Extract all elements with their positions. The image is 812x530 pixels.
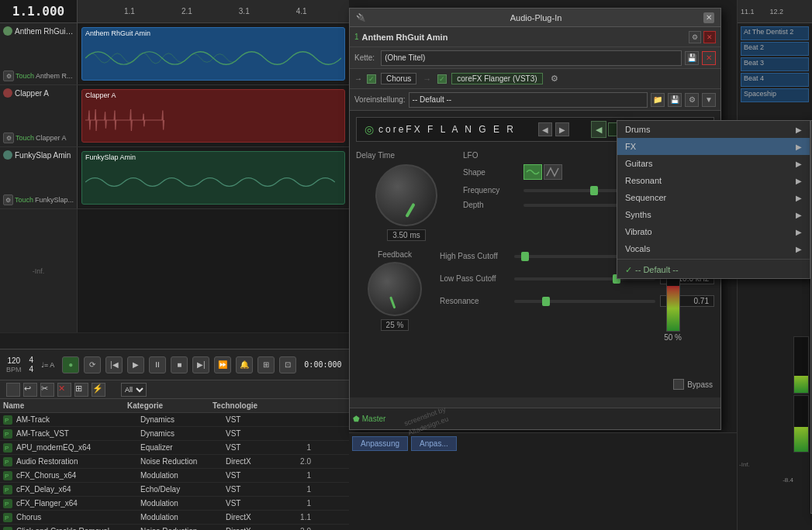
bypass-checkbox[interactable] xyxy=(673,379,684,390)
loop-btn[interactable]: ⟳ xyxy=(84,356,101,373)
plugin-row-cfx_chorus_x64[interactable]: P cFX_Chorus_x64 Modulation VST 1 xyxy=(0,469,349,483)
flanger-fx-name[interactable]: coreFX Flanger (VST3) xyxy=(451,73,542,84)
flanger-checkbox[interactable]: ✓ xyxy=(437,74,447,84)
dropdown-vibrato[interactable]: Vibrato ▶ xyxy=(617,223,810,240)
preset-input[interactable] xyxy=(409,92,648,108)
plugin-row-apu_moderneq_x64[interactable]: P APU_modernEQ_x64 Equalizer VST 1 xyxy=(0,441,349,455)
dropdown-drums[interactable]: Drums ▶ xyxy=(617,121,810,138)
plugin-list-undo-btn[interactable]: ↩ xyxy=(23,383,37,397)
dropdown-guitars[interactable]: Guitars ▶ xyxy=(617,155,810,172)
flanger-settings-icon[interactable]: ⚙ xyxy=(551,74,558,84)
preset-more-btn[interactable]: ▼ xyxy=(702,93,716,107)
fx-presets-dropdown[interactable]: Drums ▶ FX ▶ Guitars ▶ Resonant ▶ Sequen… xyxy=(617,120,810,279)
pause-btn[interactable]: ⏸ xyxy=(149,356,166,373)
fastfwd-btn[interactable]: ⏩ xyxy=(214,356,231,373)
plugin-row-click-and-crackle-removal[interactable]: P Click and Crackle Removal Noise Reduct… xyxy=(0,525,349,530)
plugin-settings-btn[interactable]: ⚙ xyxy=(689,31,701,43)
right-clip-beat4[interactable]: Beat 4 xyxy=(741,73,809,87)
track-2-content[interactable]: Clapper A xyxy=(78,85,349,146)
track-1-content[interactable]: Anthem RhGuit Amin xyxy=(78,23,349,84)
plugin-name-cell: cFX_Flanger_x64 xyxy=(16,499,140,508)
track-1-clip[interactable]: Anthem RhGuit Amin xyxy=(81,27,345,81)
right-clip-at-dentist-2[interactable]: At The Dentist 2 xyxy=(741,26,809,40)
plugin-list-delete-btn[interactable]: ✕ xyxy=(57,383,71,397)
punch-btn[interactable]: ⊡ xyxy=(279,356,296,373)
track-3-clip[interactable]: FunkySlap Amin xyxy=(81,151,345,205)
feedback-knob[interactable] xyxy=(368,262,422,316)
snap-btn[interactable]: ⊞ xyxy=(257,356,275,373)
svg-text:P: P xyxy=(5,431,9,438)
plugin-list-grid-btn[interactable]: ⊞ xyxy=(74,383,88,397)
plugin-list-options-btn[interactable]: ⚡ xyxy=(92,383,105,397)
plugin-row-chorus[interactable]: P Chorus Modulation DirectX 1.1 xyxy=(0,511,349,525)
transport-time: 1.1.000 xyxy=(12,4,64,19)
plugin-row-cfx_delay_x64[interactable]: P cFX_Delay_x64 Echo/Delay VST 1 xyxy=(0,483,349,497)
track-2-clip[interactable]: Clapper A xyxy=(81,89,345,143)
plugin-row-icon: P xyxy=(3,457,14,466)
delay-knob-container: 3.50 ms xyxy=(356,164,457,241)
plugin-list-save-btn[interactable] xyxy=(6,383,20,397)
shape-label: Shape xyxy=(463,168,517,177)
plugin-num-cell: 1 xyxy=(288,443,311,452)
plugin-cat-cell: Dynamics xyxy=(140,415,226,424)
chain-delete-btn[interactable]: ✕ xyxy=(702,51,716,65)
track-3-content[interactable]: FunkySlap Amin xyxy=(78,147,349,208)
plugin-num-cell: 2.0 xyxy=(288,457,311,466)
plugin-name-cell: Audio Restoration xyxy=(16,457,140,466)
right-vu-1 xyxy=(793,336,809,394)
preset-prev-btn[interactable]: ◀ xyxy=(591,121,606,138)
resonance-slider[interactable] xyxy=(514,300,655,303)
plugin-tech-cell: VST xyxy=(226,429,288,438)
plugin-row-icon: P xyxy=(3,527,14,531)
plugin-indicator: 1 xyxy=(354,33,359,41)
track-3-header: FunkySlap Amin ⚙ Touch FunkySlap... xyxy=(0,147,78,208)
chain-input[interactable] xyxy=(381,50,682,66)
svg-text:P: P xyxy=(5,445,9,452)
dropdown-sequencer[interactable]: Sequencer ▶ xyxy=(617,189,810,206)
plugin-num-cell: 1 xyxy=(288,499,311,508)
plugin-row-cfx_flanger_x64[interactable]: P cFX_Flanger_x64 Modulation VST 1 xyxy=(0,497,349,511)
skip-btn[interactable]: ▶| xyxy=(192,356,209,373)
plugin-list-cut-btn[interactable]: ✂ xyxy=(40,383,54,397)
preset-save-btn[interactable]: 💾 xyxy=(668,93,682,107)
right-clip-beat2[interactable]: Beat 2 xyxy=(741,42,809,56)
plugin-close-btn[interactable]: ✕ xyxy=(703,31,716,43)
plugin-row-am-track[interactable]: P AM-Track Dynamics VST xyxy=(0,413,349,427)
dropdown-resonant[interactable]: Resonant ▶ xyxy=(617,172,810,189)
plugin-list-filter-dropdown[interactable]: All xyxy=(121,383,147,397)
stop-btn[interactable]: ■ xyxy=(171,356,188,373)
preset-options-btn[interactable]: ⚙ xyxy=(685,93,699,107)
fx-arrow: ▶ xyxy=(796,143,802,151)
dropdown-fx[interactable]: FX ▶ xyxy=(617,138,810,155)
dropdown-vocals[interactable]: Vocals ▶ xyxy=(617,240,810,257)
right-clip-spaceship[interactable]: Spaceship xyxy=(741,88,809,102)
vocals-arrow: ▶ xyxy=(796,245,802,253)
dropdown-default[interactable]: ✓-- Default -- xyxy=(617,261,810,278)
track-2-settings-btn[interactable]: ⚙ xyxy=(3,132,14,143)
highpass-label: High Pass Cutoff xyxy=(440,252,510,260)
preset-folder-btn[interactable]: 📁 xyxy=(651,93,665,107)
metro-btn[interactable]: 🔔 xyxy=(236,356,253,373)
right-clip-beat3[interactable]: Beat 3 xyxy=(741,57,809,71)
play-btn[interactable]: ▶ xyxy=(127,356,144,373)
track-1-settings-btn[interactable]: ⚙ xyxy=(3,71,14,81)
chorus-fx-name[interactable]: Chorus xyxy=(381,73,416,84)
chorus-checkbox[interactable]: ✓ xyxy=(367,74,376,84)
record-btn[interactable]: ● xyxy=(62,356,79,373)
dropdown-synths[interactable]: Synths ▶ xyxy=(617,206,810,223)
rewind-btn[interactable]: |◀ xyxy=(105,356,123,373)
ruler-mark-4: 4.1 xyxy=(296,7,307,15)
synths-arrow: ▶ xyxy=(796,211,802,219)
flanger-next-btn[interactable]: ▶ xyxy=(555,122,569,136)
track-3-settings-btn[interactable]: ⚙ xyxy=(3,194,13,205)
dialog-close-btn[interactable]: ✕ xyxy=(703,12,714,23)
delay-knob[interactable] xyxy=(375,164,437,226)
chain-save-btn[interactable]: 💾 xyxy=(685,51,699,65)
shape-sine-btn[interactable] xyxy=(523,164,542,180)
svg-text:P: P xyxy=(5,473,9,480)
flanger-prev-btn[interactable]: ◀ xyxy=(538,122,552,136)
plugin-row-am-track_vst[interactable]: P AM-Track_VST Dynamics VST xyxy=(0,427,349,441)
plugin-row-audio-restoration[interactable]: P Audio Restoration Noise Reduction Dire… xyxy=(0,455,349,469)
plugin-list-header: ↩ ✂ ✕ ⊞ ⚡ All xyxy=(0,380,349,399)
shape-triangle-btn[interactable] xyxy=(544,164,562,180)
